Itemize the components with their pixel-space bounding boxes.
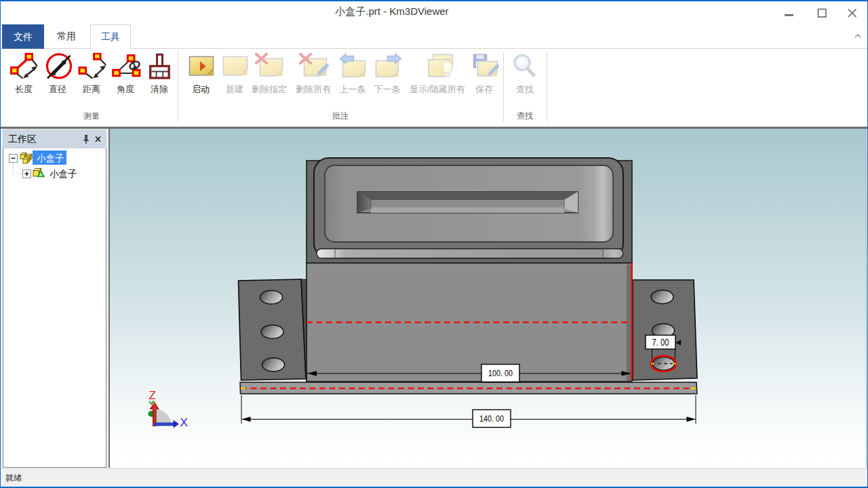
svg-text:Z: Z	[149, 389, 156, 402]
svg-text:140. 00: 140. 00	[479, 413, 504, 424]
svg-text:7. 00: 7. 00	[652, 336, 669, 348]
svg-text:小盒子: 小盒子	[37, 153, 64, 163]
svg-text:小盒子: 小盒子	[50, 169, 77, 179]
svg-text:100. 00: 100. 00	[488, 368, 513, 378]
svg-text:X: X	[180, 416, 188, 429]
